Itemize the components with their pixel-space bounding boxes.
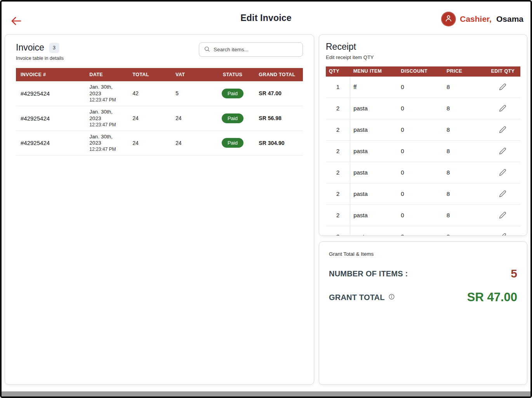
date-line: Jan. 30th, 2023 [89, 84, 123, 97]
bottom-strip [2, 391, 530, 396]
total-cell: 24 [128, 131, 171, 155]
price-cell: 8 [443, 140, 485, 162]
edit-qty-button[interactable] [498, 82, 507, 91]
user-info: Cashier, Osama [441, 12, 523, 26]
pencil-icon [499, 193, 506, 199]
price-cell: 8 [443, 77, 485, 98]
date-line: Jan. 30th, 2023 [89, 109, 123, 122]
column-header-menu-item: MENU ITEM [350, 66, 398, 77]
pencil-icon [499, 129, 506, 134]
time-line: 12:23:47 PM [89, 147, 123, 152]
receipt-table-row: 2 pasta 0 8 [326, 204, 520, 226]
receipt-table-header-row: QTY MENU ITEM DISCOUNT PRICE EDIT QTY [326, 66, 520, 77]
search-input[interactable] [214, 47, 298, 52]
edit-qty-button[interactable] [498, 211, 507, 220]
invoice-table-row[interactable]: #42925424 Jan. 30th, 2023 12:23:47 PM 42… [16, 81, 303, 106]
qty-cell: 1 [326, 77, 350, 98]
edit-qty-button[interactable] [498, 147, 507, 155]
invoice-panel: Invoice 3 Invoice table in details [5, 34, 314, 385]
discount-cell: 0 [398, 119, 443, 140]
invoice-table-row[interactable]: #42925424 Jan. 30th, 2023 12:23:47 PM 24… [16, 106, 303, 131]
summary-panel: Grant Total & Items NUMBER OF ITEMS : 5 … [319, 241, 527, 385]
grand-total-cell: SR 304.90 [254, 131, 303, 155]
price-cell: 8 [443, 183, 485, 204]
edit-qty-button[interactable] [498, 232, 507, 236]
qty-cell: 2 [326, 162, 350, 183]
invoice-table-row[interactable]: #42925424 Jan. 30th, 2023 12:23:47 PM 24… [16, 131, 303, 155]
qty-cell: 2 [326, 98, 350, 119]
receipt-table-row: 2 pasta 0 8 [326, 226, 520, 236]
menu-item-cell: pasta [350, 183, 398, 204]
vat-cell: 24 [171, 106, 211, 131]
edit-qty-button[interactable] [498, 125, 507, 134]
price-cell: 8 [443, 162, 485, 183]
column-header-total: TOTAL [128, 68, 171, 81]
menu-item-cell: pasta [350, 226, 398, 236]
app-window: Edit Invoice Cashier, Osama Invoice 3 [0, 0, 532, 398]
main-content: Invoice 3 Invoice table in details [2, 34, 530, 385]
right-column: Receipt Edit receipt item QTY QTY MENU I… [319, 34, 527, 385]
edit-qty-cell [485, 98, 520, 119]
status-cell: Paid [211, 81, 254, 106]
price-cell: 8 [443, 204, 485, 226]
receipt-subtitle: Edit receipt item QTY [326, 54, 520, 60]
invoice-title: Invoice [16, 42, 44, 53]
pencil-icon [499, 86, 506, 92]
grant-total-value: SR 47.00 [467, 290, 517, 304]
column-header-invoice: INVOICE # [16, 68, 85, 81]
qty-cell: 2 [326, 226, 350, 236]
edit-qty-cell [485, 183, 520, 204]
receipt-title: Receipt [326, 42, 520, 52]
receipt-table-row: 1 ff 0 8 [326, 77, 520, 98]
column-header-vat: VAT [171, 68, 211, 81]
price-cell: 8 [443, 226, 485, 236]
status-badge: Paid [222, 138, 243, 148]
receipt-table-row: 2 pasta 0 8 [326, 162, 520, 183]
edit-qty-cell [485, 162, 520, 183]
qty-cell: 2 [326, 140, 350, 162]
summary-title: Grant Total & Items [329, 251, 517, 257]
grand-total-cell: SR 47.00 [254, 81, 303, 106]
user-name: Osama [496, 14, 523, 24]
receipt-table-row: 2 pasta 0 8 [326, 183, 520, 204]
page-title: Edit Invoice [240, 13, 291, 23]
edit-qty-button[interactable] [498, 189, 507, 198]
edit-qty-button[interactable] [498, 168, 507, 177]
time-line: 12:23:47 PM [89, 97, 123, 103]
date-line: Jan. 30th, 2023 [89, 134, 123, 147]
info-icon[interactable] [388, 293, 395, 302]
column-header-price: PRICE [443, 66, 485, 77]
pencil-icon [499, 150, 506, 156]
invoice-count-badge: 3 [49, 43, 59, 52]
back-button[interactable] [11, 16, 22, 26]
discount-cell: 0 [398, 77, 443, 98]
user-role: Cashier, [460, 14, 492, 24]
column-header-qty: QTY [326, 66, 350, 77]
discount-cell: 0 [398, 226, 443, 236]
edit-qty-button[interactable] [498, 104, 507, 113]
search-icon [204, 46, 210, 54]
status-cell: Paid [211, 131, 254, 155]
time-line: 12:23:47 PM [89, 122, 123, 128]
status-cell: Paid [211, 106, 254, 131]
price-cell: 8 [443, 98, 485, 119]
total-cell: 42 [128, 81, 171, 106]
invoice-table: INVOICE # DATE TOTAL VAT STATUS GRAND TO… [16, 68, 303, 155]
receipt-table-row: 2 pasta 0 8 [326, 98, 520, 119]
arrow-left-icon [11, 21, 22, 27]
invoice-number-cell: #42925424 [16, 131, 85, 155]
menu-item-cell: pasta [350, 162, 398, 183]
vat-cell: 24 [171, 131, 211, 155]
menu-item-cell: ff [350, 77, 398, 98]
search-box[interactable] [199, 42, 303, 57]
receipt-panel: Receipt Edit receipt item QTY QTY MENU I… [319, 34, 527, 236]
number-of-items-value: 5 [511, 267, 517, 280]
invoice-table-header-row: INVOICE # DATE TOTAL VAT STATUS GRAND TO… [16, 68, 303, 81]
invoice-number-cell: #42925424 [16, 81, 85, 106]
menu-item-cell: pasta [350, 140, 398, 162]
total-cell: 24 [128, 106, 171, 131]
date-cell: Jan. 30th, 2023 12:23:47 PM [85, 106, 128, 131]
pencil-icon [499, 171, 506, 177]
discount-cell: 0 [398, 162, 443, 183]
menu-item-cell: pasta [350, 204, 398, 226]
